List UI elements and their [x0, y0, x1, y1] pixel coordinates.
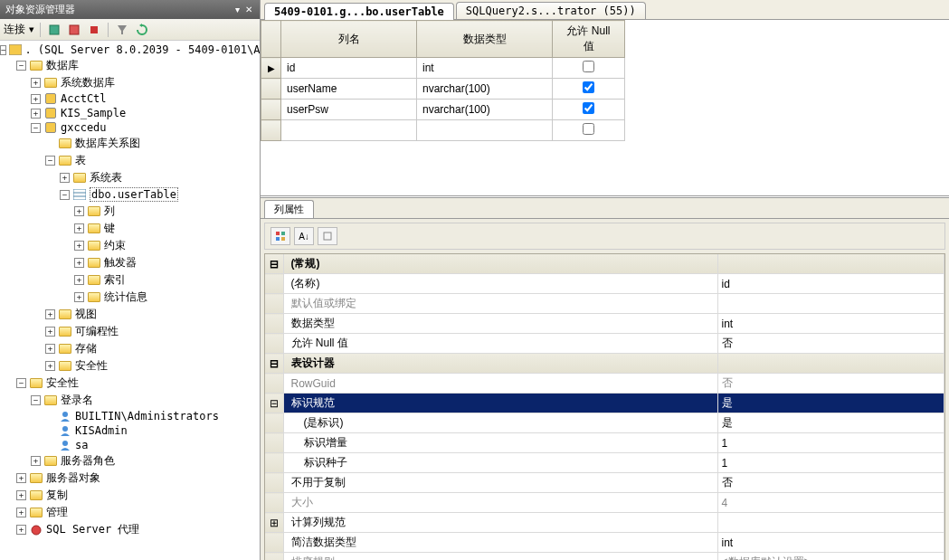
prop-row[interactable]: 数据类型int [265, 314, 944, 334]
usertable-node[interactable]: −dbo.userTable [0, 186, 260, 203]
logins-node[interactable]: −登录名 [0, 392, 260, 409]
prop-allownull-value[interactable]: 否 [717, 334, 944, 354]
prop-identspec-value[interactable]: 是 [717, 394, 944, 413]
keys-node[interactable]: +键 [0, 220, 260, 237]
prop-row[interactable]: RowGuid否 [265, 374, 944, 394]
prop-row[interactable]: ⊞计算列规范 [265, 513, 944, 533]
allownull-checkbox[interactable] [583, 61, 594, 72]
replication-node[interactable]: +复制 [0, 487, 260, 504]
systables-node[interactable]: +系统表 [0, 169, 260, 186]
serverroles-node[interactable]: +服务器角色 [0, 452, 260, 470]
cell-datatype[interactable]: nvarchar(100) [417, 79, 553, 100]
serverobjects-node[interactable]: +服务器对象 [0, 470, 260, 487]
columns-node[interactable]: +列 [0, 203, 260, 220]
object-tree[interactable]: −. (SQL Server 8.0.2039 - 5409-0101\Admi… [0, 41, 260, 560]
storage-node[interactable]: +存储 [0, 340, 260, 357]
builtinadmin-node[interactable]: BUILTIN\Administrators [0, 409, 260, 423]
prop-row[interactable]: 默认值或绑定 [265, 294, 944, 314]
constraints-node[interactable]: +约束 [0, 237, 260, 254]
prop-datatype-value[interactable]: int [717, 314, 944, 334]
allownull-checkbox[interactable] [583, 123, 594, 135]
row-selector[interactable] [261, 120, 281, 141]
table-row[interactable]: userName nvarchar(100) [261, 79, 625, 100]
filter-icon[interactable] [114, 22, 130, 38]
prop-collation-value[interactable]: <数据库默认设置> [717, 553, 944, 561]
pin-icon[interactable]: ▾ [233, 5, 242, 14]
indexes-node[interactable]: +索引 [0, 271, 260, 289]
prop-row[interactable]: 标识种子1 [265, 453, 944, 473]
prop-tab-columns[interactable]: 列属性 [264, 200, 314, 218]
prop-row[interactable]: 大小4 [265, 493, 944, 513]
triggers-node[interactable]: +触发器 [0, 254, 260, 271]
close-icon[interactable]: ✕ [243, 5, 254, 14]
prop-row[interactable]: (是标识)是 [265, 413, 944, 433]
cell-allownull[interactable] [553, 79, 625, 100]
prop-row[interactable]: 简洁数据类型int [265, 533, 944, 553]
prop-default-value[interactable] [717, 294, 944, 314]
prop-concise-value[interactable]: int [717, 533, 944, 553]
prog-node[interactable]: +可编程性 [0, 323, 260, 340]
prop-category[interactable]: ⊟表设计器 [265, 354, 944, 374]
categorize-icon[interactable] [270, 227, 290, 245]
acctctl-node[interactable]: +AcctCtl [0, 91, 260, 106]
expand-icon[interactable]: ⊟ [265, 354, 283, 374]
row-selector[interactable] [261, 79, 281, 100]
prop-notforrep-value[interactable]: 否 [717, 473, 944, 493]
databases-node[interactable]: −数据库 [0, 57, 260, 74]
alphabetical-icon[interactable]: A↓ [294, 227, 314, 245]
prop-identseed-value[interactable]: 1 [717, 453, 944, 473]
connect-icon[interactable] [46, 22, 62, 38]
connect-button[interactable]: 连接 [4, 22, 25, 37]
cell-datatype[interactable] [417, 120, 553, 141]
allownull-checkbox[interactable] [583, 81, 594, 93]
cell-allownull[interactable] [553, 120, 625, 141]
prop-size-value[interactable]: 4 [717, 493, 944, 513]
sa-node[interactable]: sa [0, 438, 260, 452]
cell-datatype[interactable]: int [417, 58, 553, 79]
cell-colname[interactable]: id [281, 58, 417, 79]
row-selector[interactable] [261, 100, 281, 120]
prop-row[interactable]: ⊟标识规范是 [265, 394, 944, 413]
prop-row[interactable]: 允许 Null 值否 [265, 334, 944, 354]
expand-icon[interactable]: ⊟ [265, 254, 283, 274]
views-node[interactable]: +视图 [0, 306, 260, 323]
tab-usertable[interactable]: 5409-0101.g...bo.userTable [264, 3, 454, 20]
prop-pages-icon[interactable] [318, 227, 337, 245]
disconnect-icon[interactable] [66, 22, 82, 38]
cell-colname[interactable]: userName [281, 79, 417, 100]
header-colname[interactable]: 列名 [281, 21, 417, 58]
prop-rowguid-value[interactable]: 否 [717, 374, 944, 394]
expand-icon[interactable]: ⊟ [265, 394, 283, 413]
security2-node[interactable]: −安全性 [0, 375, 260, 392]
stop-icon[interactable] [86, 22, 102, 38]
security-node[interactable]: +安全性 [0, 357, 260, 375]
kissample-node[interactable]: +KIS_Sample [0, 106, 260, 120]
kisadmin-node[interactable]: KISAdmin [0, 423, 260, 438]
cell-allownull[interactable] [553, 100, 625, 120]
columns-grid[interactable]: 列名 数据类型 允许 Null 值 ▶ id int userName nvar… [261, 20, 625, 141]
prop-row[interactable]: 排序规则<数据库默认设置> [265, 553, 944, 561]
properties-grid[interactable]: ⊟(常规) (名称)id 默认值或绑定 数据类型int 允许 Null 值否 ⊟… [264, 253, 945, 560]
prop-identincr-value[interactable]: 1 [717, 433, 944, 453]
agent-node[interactable]: +SQL Server 代理 [0, 521, 260, 538]
prop-name-value[interactable]: id [717, 274, 944, 294]
connect-dropdown-icon[interactable]: ▾ [29, 24, 34, 35]
prop-category[interactable]: ⊟(常规) [265, 254, 944, 274]
prop-row[interactable]: 不用于复制否 [265, 473, 944, 493]
prop-compcol-value[interactable] [717, 513, 944, 533]
tables-node[interactable]: −表 [0, 152, 260, 169]
refresh-icon[interactable] [134, 22, 150, 38]
table-row[interactable] [261, 120, 625, 141]
cell-datatype[interactable]: nvarchar(100) [417, 100, 553, 120]
header-allownull[interactable]: 允许 Null 值 [553, 21, 625, 58]
prop-isident-value[interactable]: 是 [717, 413, 944, 433]
cell-colname[interactable]: userPsw [281, 100, 417, 120]
server-node[interactable]: −. (SQL Server 8.0.2039 - 5409-0101\Admi… [0, 43, 260, 57]
cell-allownull[interactable] [553, 58, 625, 79]
sysdb-node[interactable]: +系统数据库 [0, 74, 260, 91]
management-node[interactable]: +管理 [0, 504, 260, 521]
prop-row[interactable]: (名称)id [265, 274, 944, 294]
stats-node[interactable]: +统计信息 [0, 289, 260, 306]
prop-row[interactable]: 标识增量1 [265, 433, 944, 453]
header-datatype[interactable]: 数据类型 [417, 21, 553, 58]
